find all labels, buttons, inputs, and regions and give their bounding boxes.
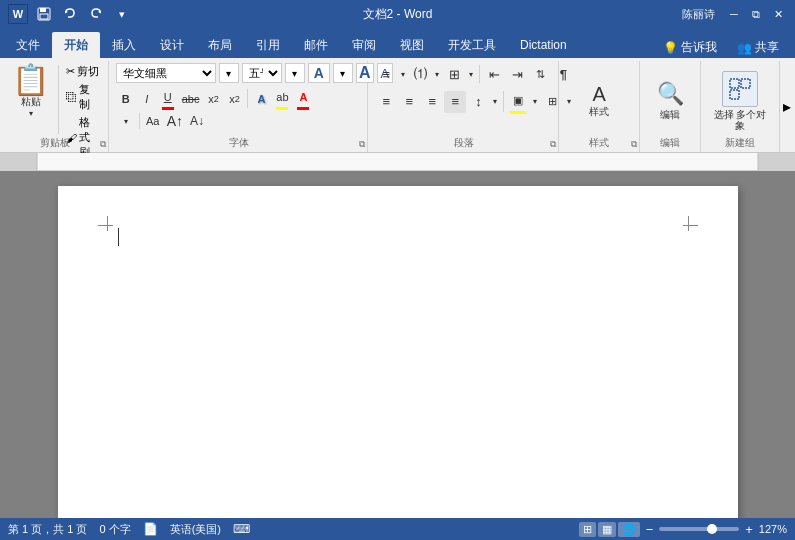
bold-button[interactable]: B	[116, 89, 136, 109]
find-replace-button[interactable]: 🔍 编辑	[650, 78, 690, 124]
qat-save[interactable]	[34, 5, 54, 23]
app-icon: W	[8, 4, 28, 24]
bullet-list-button[interactable]: ≡	[375, 63, 397, 85]
multilevel-list-button[interactable]: ⊞	[443, 63, 465, 85]
font-name-dropdown[interactable]: ▾	[219, 63, 239, 83]
ribbon-group-editing: 🔍 编辑 编辑	[641, 61, 701, 152]
decrease-indent-button[interactable]: ⇤	[483, 63, 505, 85]
ribbon-group-styles: A 样式 样式 ⧉	[560, 61, 640, 152]
print-view-button[interactable]: ▦	[598, 522, 616, 537]
view-buttons: ⊞ ▦ 🌐	[579, 522, 640, 537]
word-count[interactable]: 0 个字	[99, 522, 130, 537]
tab-developer[interactable]: 开发工具	[436, 32, 508, 58]
copy-icon: ⿻	[66, 91, 77, 103]
restore-button[interactable]: ⧉	[747, 5, 765, 23]
italic-button[interactable]: I	[137, 89, 157, 109]
styles-button[interactable]: A 样式	[579, 81, 619, 121]
document-page[interactable]	[58, 186, 738, 518]
strikethrough-button[interactable]: abc	[179, 89, 203, 109]
qat-redo[interactable]	[86, 5, 106, 23]
underline-color-bar	[162, 107, 174, 110]
close-button[interactable]: ✕	[769, 5, 787, 23]
paste-button[interactable]: 📋 粘贴 ▾	[8, 63, 53, 120]
tab-file[interactable]: 文件	[4, 32, 52, 58]
tab-mailings[interactable]: 邮件	[292, 32, 340, 58]
highlight-button-group: ab	[272, 87, 292, 110]
line-spacing-dropdown[interactable]: ▾	[490, 91, 500, 113]
line-spacing-button[interactable]: ↕	[467, 91, 489, 113]
shading-button-group: ▣	[507, 89, 529, 114]
tab-references[interactable]: 引用	[244, 32, 292, 58]
font-expand-icon[interactable]: ⧉	[359, 139, 365, 150]
title-bar-right: 陈丽诗 ─ ⧉ ✕	[682, 5, 787, 23]
zoom-out-button[interactable]: −	[646, 522, 654, 537]
zoom-level[interactable]: 127%	[759, 523, 787, 535]
font-size-selector[interactable]: 五号	[242, 63, 282, 83]
bullet-list-dropdown[interactable]: ▾	[398, 63, 408, 85]
cut-button[interactable]: ✂ 剪切	[64, 63, 102, 80]
window-title: 文档2 - Word	[363, 6, 433, 23]
share-button[interactable]: 👥 共享	[729, 37, 787, 58]
font-sep	[247, 89, 248, 108]
text-effects-button[interactable]: A	[251, 89, 271, 109]
tab-layout[interactable]: 布局	[196, 32, 244, 58]
increase-indent-button[interactable]: ⇥	[506, 63, 528, 85]
font-color-bar	[297, 107, 309, 110]
svg-rect-5	[730, 79, 739, 88]
web-view-button[interactable]: 🌐	[618, 522, 640, 537]
tab-insert[interactable]: 插入	[100, 32, 148, 58]
align-left-button[interactable]: ≡	[375, 91, 397, 113]
qat-undo[interactable]	[60, 5, 80, 23]
zoom-slider[interactable]	[659, 527, 739, 531]
underline-button[interactable]: U	[158, 87, 178, 107]
align-buttons-row: ≡ ≡ ≡ ≡ ↕ ▾ ▣ ▾ ⊞ ▾	[375, 89, 574, 114]
ribbon-scroll-right[interactable]: ▸	[779, 61, 793, 152]
language-info[interactable]: 英语(美国)	[170, 522, 221, 537]
tell-me-button[interactable]: 💡 告诉我	[655, 37, 725, 58]
copy-button[interactable]: ⿻ 复制	[64, 81, 102, 113]
minimize-button[interactable]: ─	[725, 5, 743, 23]
shading-button[interactable]: ▣	[507, 89, 529, 111]
numbered-list-button[interactable]: ⑴	[409, 63, 431, 85]
highlight-button[interactable]: ab	[272, 87, 292, 107]
justify-button[interactable]: ≡	[444, 91, 466, 113]
align-center-button[interactable]: ≡	[398, 91, 420, 113]
tab-review[interactable]: 审阅	[340, 32, 388, 58]
superscript-button[interactable]: x2	[224, 89, 244, 109]
subscript-button[interactable]: x2	[203, 89, 223, 109]
styles-expand-icon[interactable]: ⧉	[631, 139, 637, 150]
select-objects-button[interactable]: 选择 多个对象	[708, 68, 772, 134]
corner-mark-tr	[678, 216, 698, 236]
tab-home[interactable]: 开始	[52, 32, 100, 58]
tab-design[interactable]: 设计	[148, 32, 196, 58]
share-icon: 👥	[737, 41, 752, 55]
ribbon-group-clipboard: 📋 粘贴 ▾ ✂ 剪切 ⿻ 复制 🖌 格式刷 剪贴板	[2, 61, 109, 152]
paragraph-expand-icon[interactable]: ⧉	[550, 139, 556, 150]
main-area[interactable]	[0, 171, 795, 518]
multilevel-list-dropdown[interactable]: ▾	[466, 63, 476, 85]
clipboard-expand-icon[interactable]: ⧉	[100, 139, 106, 150]
document-content[interactable]	[118, 226, 678, 518]
align-right-button[interactable]: ≡	[421, 91, 443, 113]
font-color-dropdown[interactable]: ▾	[116, 111, 136, 131]
status-bar: 第 1 页，共 1 页 0 个字 📄 英语(美国) ⌨ ⊞ ▦ 🌐 − + 12…	[0, 518, 795, 540]
shading-color-bar	[510, 111, 526, 114]
font-name-selector[interactable]: 华文细黑	[116, 63, 216, 83]
font-size-field-dropdown[interactable]: ▾	[333, 63, 353, 83]
font-size-dropdown[interactable]: ▾	[285, 63, 305, 83]
zoom-in-button[interactable]: +	[745, 522, 753, 537]
font-color-button[interactable]: A	[293, 87, 313, 107]
tab-view[interactable]: 视图	[388, 32, 436, 58]
font-size-down-button[interactable]: A↓	[187, 111, 207, 131]
change-case-button[interactable]: Aa	[143, 111, 163, 131]
increase-font-size-button[interactable]: A	[308, 63, 330, 83]
qat-more[interactable]: ▾	[112, 5, 132, 23]
read-view-button[interactable]: ⊞	[579, 522, 596, 537]
ruler	[0, 153, 795, 171]
numbered-list-dropdown[interactable]: ▾	[432, 63, 442, 85]
tab-dictation[interactable]: Dictation	[508, 32, 579, 58]
shading-dropdown[interactable]: ▾	[530, 91, 540, 113]
sort-button[interactable]: ⇅	[529, 63, 551, 85]
page-info[interactable]: 第 1 页，共 1 页	[8, 522, 87, 537]
font-size-up-button[interactable]: A↑	[164, 111, 186, 131]
